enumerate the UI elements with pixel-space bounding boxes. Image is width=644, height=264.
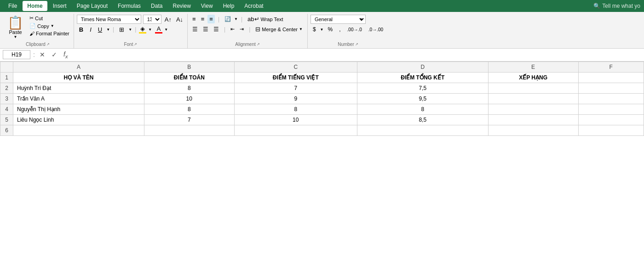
row-header-2[interactable]: 2 bbox=[0, 83, 13, 93]
font-expand-icon[interactable]: ↗ bbox=[134, 42, 137, 46]
font-size-select[interactable]: 13 bbox=[143, 15, 161, 24]
cell-B1[interactable]: ĐIỂM TOÁN bbox=[144, 72, 234, 83]
cell-reference-input[interactable] bbox=[3, 50, 30, 59]
col-header-F[interactable]: F bbox=[578, 62, 644, 72]
cell-C1[interactable]: ĐIỂM TIẾNG VIỆT bbox=[234, 72, 357, 83]
col-header-A[interactable]: A bbox=[13, 62, 144, 72]
menu-help[interactable]: Help bbox=[218, 1, 239, 11]
number-expand-icon[interactable]: ↗ bbox=[355, 42, 358, 46]
cell-D4[interactable]: 8 bbox=[357, 104, 488, 114]
menu-formulas[interactable]: Formulas bbox=[113, 1, 145, 11]
cell-B6[interactable] bbox=[144, 125, 234, 135]
align-right-button[interactable]: ☰ bbox=[212, 25, 221, 34]
fill-color-dropdown[interactable]: ▼ bbox=[148, 28, 152, 32]
font-color-dropdown[interactable]: ▼ bbox=[164, 28, 168, 32]
cell-E3[interactable] bbox=[488, 93, 578, 104]
col-header-D[interactable]: D bbox=[357, 62, 488, 72]
align-top-right-button[interactable]: ≡ bbox=[207, 15, 215, 23]
menu-data[interactable]: Data bbox=[146, 1, 167, 11]
increase-decimal-button[interactable]: .0→.00 bbox=[366, 26, 385, 33]
insert-function-button[interactable]: fx bbox=[62, 50, 70, 60]
align-center-button[interactable]: ☰ bbox=[201, 25, 210, 34]
menu-insert[interactable]: Insert bbox=[48, 1, 71, 11]
copy-button[interactable]: 📄 Copy ▼ bbox=[28, 22, 71, 29]
col-header-C[interactable]: C bbox=[234, 62, 357, 72]
confirm-formula-button[interactable]: ✓ bbox=[50, 51, 59, 59]
cell-D6[interactable] bbox=[357, 125, 488, 135]
cell-B2[interactable]: 8 bbox=[144, 83, 234, 93]
align-top-left-button[interactable]: ≡ bbox=[190, 15, 198, 23]
cell-E4[interactable] bbox=[488, 104, 578, 114]
cell-C4[interactable]: 8 bbox=[234, 104, 357, 114]
menu-acrobat[interactable]: Acrobat bbox=[240, 1, 268, 11]
search-label[interactable]: Tell me what yo bbox=[602, 3, 640, 9]
comma-button[interactable]: , bbox=[337, 25, 343, 34]
currency-dropdown[interactable]: ▼ bbox=[320, 28, 324, 32]
cell-B5[interactable]: 7 bbox=[144, 114, 234, 125]
orient-button[interactable]: 🔄 bbox=[223, 15, 233, 23]
cell-F2[interactable] bbox=[578, 83, 644, 93]
cell-C5[interactable]: 10 bbox=[234, 114, 357, 125]
formula-input[interactable] bbox=[73, 51, 641, 59]
cell-A1[interactable]: HỌ VÀ TÊN bbox=[13, 72, 144, 83]
cell-B4[interactable]: 8 bbox=[144, 104, 234, 114]
cell-E6[interactable] bbox=[488, 125, 578, 135]
bold-button[interactable]: B bbox=[77, 26, 86, 34]
menu-home[interactable]: Home bbox=[23, 1, 47, 11]
row-header-4[interactable]: 4 bbox=[0, 104, 13, 114]
cell-B3[interactable]: 10 bbox=[144, 93, 234, 104]
col-header-B[interactable]: B bbox=[144, 62, 234, 72]
row-header-3[interactable]: 3 bbox=[0, 93, 13, 104]
cell-F5[interactable] bbox=[578, 114, 644, 125]
cell-D2[interactable]: 7,5 bbox=[357, 83, 488, 93]
font-color-button[interactable]: A bbox=[155, 25, 162, 34]
decrease-font-button[interactable]: A↓ bbox=[175, 16, 184, 23]
decrease-decimal-button[interactable]: .00→.0 bbox=[345, 26, 364, 33]
row-header-6[interactable]: 6 bbox=[0, 125, 13, 135]
clipboard-expand-icon[interactable]: ↗ bbox=[46, 42, 50, 46]
cell-C2[interactable]: 7 bbox=[234, 83, 357, 93]
cut-button[interactable]: ✂ Cut bbox=[28, 15, 71, 22]
menu-file[interactable]: File bbox=[4, 1, 22, 11]
cell-F4[interactable] bbox=[578, 104, 644, 114]
fill-color-button[interactable]: ◈ bbox=[139, 25, 146, 34]
col-header-E[interactable]: E bbox=[488, 62, 578, 72]
align-top-center-button[interactable]: ≡ bbox=[199, 15, 207, 23]
paste-dropdown[interactable]: ▼ bbox=[14, 35, 17, 39]
cell-F6[interactable] bbox=[578, 125, 644, 135]
cell-E1[interactable]: XẾP HẠNG bbox=[488, 72, 578, 83]
menu-review[interactable]: Review bbox=[168, 1, 195, 11]
menu-page-layout[interactable]: Page Layout bbox=[72, 1, 112, 11]
cell-F1[interactable] bbox=[578, 72, 644, 83]
cell-E5[interactable] bbox=[488, 114, 578, 125]
cell-F3[interactable] bbox=[578, 93, 644, 104]
borders-button[interactable]: ⊞ bbox=[117, 26, 126, 34]
cancel-formula-button[interactable]: ✕ bbox=[38, 51, 47, 59]
row-header-1[interactable]: 1 bbox=[0, 72, 13, 83]
cell-D3[interactable]: 9,5 bbox=[357, 93, 488, 104]
percent-button[interactable]: % bbox=[326, 25, 335, 34]
cell-A5[interactable]: Liêu Ngọc Linh bbox=[13, 114, 144, 125]
cell-A4[interactable]: Nguyễn Thị Hạnh bbox=[13, 104, 144, 114]
cell-C3[interactable]: 9 bbox=[234, 93, 357, 104]
increase-indent-button[interactable]: ⇥ bbox=[238, 25, 246, 33]
cell-A2[interactable]: Huỳnh Trí Đạt bbox=[13, 83, 144, 93]
increase-font-button[interactable]: A↑ bbox=[163, 16, 173, 23]
number-format-select[interactable]: General bbox=[310, 15, 366, 24]
wrap-text-button[interactable]: ab↵ Wrap Text bbox=[246, 15, 285, 23]
merge-center-button[interactable]: ⊟ Merge & Center ▼ bbox=[253, 25, 305, 34]
underline-dropdown[interactable]: ▼ bbox=[106, 28, 110, 32]
decrease-indent-button[interactable]: ⇤ bbox=[229, 25, 236, 33]
currency-button[interactable]: $ bbox=[310, 25, 318, 34]
cell-A3[interactable]: Trần Văn A bbox=[13, 93, 144, 104]
align-left-button[interactable]: ☰ bbox=[190, 25, 200, 34]
font-name-select[interactable]: Times New Roma bbox=[77, 15, 141, 24]
cell-C6[interactable] bbox=[234, 125, 357, 135]
cell-A6[interactable] bbox=[13, 125, 144, 135]
orient-dropdown[interactable]: ▼ bbox=[234, 17, 238, 21]
borders-dropdown[interactable]: ▼ bbox=[128, 28, 132, 32]
alignment-expand-icon[interactable]: ↗ bbox=[257, 42, 260, 46]
cell-E2[interactable] bbox=[488, 83, 578, 93]
paste-button[interactable]: 📋 Paste ▼ bbox=[5, 15, 26, 41]
row-header-5[interactable]: 5 bbox=[0, 114, 13, 125]
